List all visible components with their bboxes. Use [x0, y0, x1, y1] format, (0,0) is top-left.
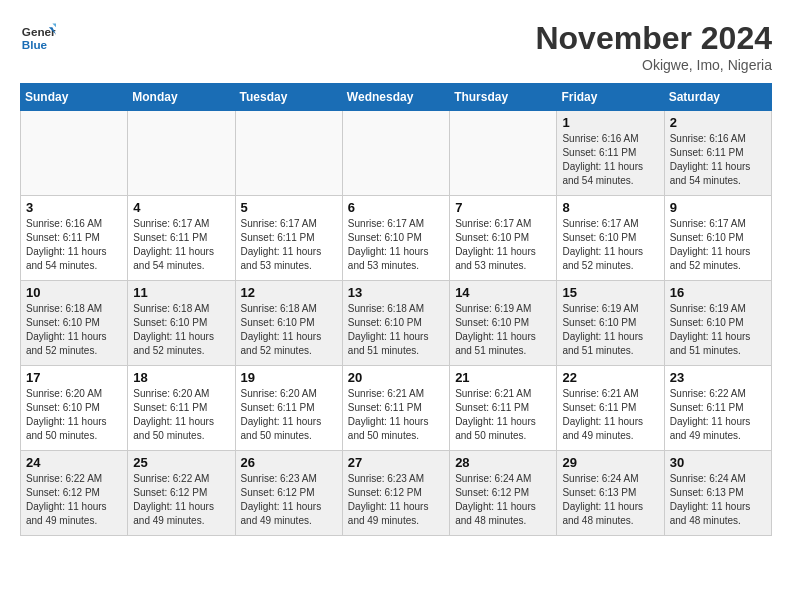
day-number: 15 — [562, 285, 658, 300]
day-number: 12 — [241, 285, 337, 300]
day-info: Sunrise: 6:16 AM Sunset: 6:11 PM Dayligh… — [26, 217, 122, 273]
calendar-cell: 13Sunrise: 6:18 AM Sunset: 6:10 PM Dayli… — [342, 281, 449, 366]
week-row-3: 17Sunrise: 6:20 AM Sunset: 6:10 PM Dayli… — [21, 366, 772, 451]
day-info: Sunrise: 6:24 AM Sunset: 6:13 PM Dayligh… — [670, 472, 766, 528]
calendar-cell: 22Sunrise: 6:21 AM Sunset: 6:11 PM Dayli… — [557, 366, 664, 451]
weekday-header-row: SundayMondayTuesdayWednesdayThursdayFrid… — [21, 84, 772, 111]
day-number: 13 — [348, 285, 444, 300]
day-info: Sunrise: 6:18 AM Sunset: 6:10 PM Dayligh… — [26, 302, 122, 358]
day-info: Sunrise: 6:19 AM Sunset: 6:10 PM Dayligh… — [455, 302, 551, 358]
header: General Blue November 2024 Okigwe, Imo, … — [20, 20, 772, 73]
weekday-header-wednesday: Wednesday — [342, 84, 449, 111]
day-number: 26 — [241, 455, 337, 470]
location: Okigwe, Imo, Nigeria — [535, 57, 772, 73]
day-info: Sunrise: 6:17 AM Sunset: 6:10 PM Dayligh… — [455, 217, 551, 273]
calendar-cell: 10Sunrise: 6:18 AM Sunset: 6:10 PM Dayli… — [21, 281, 128, 366]
calendar-cell: 4Sunrise: 6:17 AM Sunset: 6:11 PM Daylig… — [128, 196, 235, 281]
day-number: 16 — [670, 285, 766, 300]
logo-icon: General Blue — [20, 20, 56, 56]
calendar-cell — [450, 111, 557, 196]
day-number: 7 — [455, 200, 551, 215]
day-info: Sunrise: 6:22 AM Sunset: 6:11 PM Dayligh… — [670, 387, 766, 443]
calendar-cell: 9Sunrise: 6:17 AM Sunset: 6:10 PM Daylig… — [664, 196, 771, 281]
day-info: Sunrise: 6:16 AM Sunset: 6:11 PM Dayligh… — [562, 132, 658, 188]
day-number: 21 — [455, 370, 551, 385]
svg-text:General: General — [22, 25, 56, 38]
day-number: 27 — [348, 455, 444, 470]
calendar-cell: 27Sunrise: 6:23 AM Sunset: 6:12 PM Dayli… — [342, 451, 449, 536]
calendar-cell: 1Sunrise: 6:16 AM Sunset: 6:11 PM Daylig… — [557, 111, 664, 196]
day-info: Sunrise: 6:17 AM Sunset: 6:10 PM Dayligh… — [670, 217, 766, 273]
day-info: Sunrise: 6:19 AM Sunset: 6:10 PM Dayligh… — [562, 302, 658, 358]
day-info: Sunrise: 6:18 AM Sunset: 6:10 PM Dayligh… — [133, 302, 229, 358]
calendar-table: SundayMondayTuesdayWednesdayThursdayFrid… — [20, 83, 772, 536]
day-info: Sunrise: 6:17 AM Sunset: 6:11 PM Dayligh… — [241, 217, 337, 273]
calendar-cell — [342, 111, 449, 196]
calendar-cell: 25Sunrise: 6:22 AM Sunset: 6:12 PM Dayli… — [128, 451, 235, 536]
day-info: Sunrise: 6:17 AM Sunset: 6:10 PM Dayligh… — [348, 217, 444, 273]
weekday-header-saturday: Saturday — [664, 84, 771, 111]
day-number: 5 — [241, 200, 337, 215]
day-number: 19 — [241, 370, 337, 385]
calendar-cell: 29Sunrise: 6:24 AM Sunset: 6:13 PM Dayli… — [557, 451, 664, 536]
day-info: Sunrise: 6:22 AM Sunset: 6:12 PM Dayligh… — [26, 472, 122, 528]
calendar-cell — [128, 111, 235, 196]
day-number: 10 — [26, 285, 122, 300]
month-title: November 2024 — [535, 20, 772, 57]
day-number: 23 — [670, 370, 766, 385]
weekday-header-friday: Friday — [557, 84, 664, 111]
calendar-cell: 12Sunrise: 6:18 AM Sunset: 6:10 PM Dayli… — [235, 281, 342, 366]
day-number: 29 — [562, 455, 658, 470]
calendar-cell: 20Sunrise: 6:21 AM Sunset: 6:11 PM Dayli… — [342, 366, 449, 451]
weekday-header-tuesday: Tuesday — [235, 84, 342, 111]
calendar-cell: 24Sunrise: 6:22 AM Sunset: 6:12 PM Dayli… — [21, 451, 128, 536]
day-number: 17 — [26, 370, 122, 385]
week-row-2: 10Sunrise: 6:18 AM Sunset: 6:10 PM Dayli… — [21, 281, 772, 366]
day-number: 2 — [670, 115, 766, 130]
calendar-cell: 17Sunrise: 6:20 AM Sunset: 6:10 PM Dayli… — [21, 366, 128, 451]
day-info: Sunrise: 6:18 AM Sunset: 6:10 PM Dayligh… — [348, 302, 444, 358]
calendar-cell: 26Sunrise: 6:23 AM Sunset: 6:12 PM Dayli… — [235, 451, 342, 536]
svg-text:Blue: Blue — [22, 38, 48, 51]
calendar-cell: 14Sunrise: 6:19 AM Sunset: 6:10 PM Dayli… — [450, 281, 557, 366]
weekday-header-monday: Monday — [128, 84, 235, 111]
day-info: Sunrise: 6:23 AM Sunset: 6:12 PM Dayligh… — [348, 472, 444, 528]
day-number: 8 — [562, 200, 658, 215]
day-number: 11 — [133, 285, 229, 300]
day-number: 9 — [670, 200, 766, 215]
day-info: Sunrise: 6:22 AM Sunset: 6:12 PM Dayligh… — [133, 472, 229, 528]
day-number: 24 — [26, 455, 122, 470]
calendar-cell — [235, 111, 342, 196]
calendar-cell: 7Sunrise: 6:17 AM Sunset: 6:10 PM Daylig… — [450, 196, 557, 281]
day-info: Sunrise: 6:20 AM Sunset: 6:10 PM Dayligh… — [26, 387, 122, 443]
calendar-cell: 30Sunrise: 6:24 AM Sunset: 6:13 PM Dayli… — [664, 451, 771, 536]
day-info: Sunrise: 6:24 AM Sunset: 6:13 PM Dayligh… — [562, 472, 658, 528]
week-row-1: 3Sunrise: 6:16 AM Sunset: 6:11 PM Daylig… — [21, 196, 772, 281]
calendar-cell: 16Sunrise: 6:19 AM Sunset: 6:10 PM Dayli… — [664, 281, 771, 366]
day-info: Sunrise: 6:20 AM Sunset: 6:11 PM Dayligh… — [133, 387, 229, 443]
day-number: 1 — [562, 115, 658, 130]
day-number: 4 — [133, 200, 229, 215]
calendar-cell: 28Sunrise: 6:24 AM Sunset: 6:12 PM Dayli… — [450, 451, 557, 536]
calendar-cell: 11Sunrise: 6:18 AM Sunset: 6:10 PM Dayli… — [128, 281, 235, 366]
day-info: Sunrise: 6:24 AM Sunset: 6:12 PM Dayligh… — [455, 472, 551, 528]
day-number: 30 — [670, 455, 766, 470]
calendar-cell: 5Sunrise: 6:17 AM Sunset: 6:11 PM Daylig… — [235, 196, 342, 281]
week-row-0: 1Sunrise: 6:16 AM Sunset: 6:11 PM Daylig… — [21, 111, 772, 196]
day-info: Sunrise: 6:17 AM Sunset: 6:11 PM Dayligh… — [133, 217, 229, 273]
calendar-cell: 8Sunrise: 6:17 AM Sunset: 6:10 PM Daylig… — [557, 196, 664, 281]
weekday-header-sunday: Sunday — [21, 84, 128, 111]
day-number: 6 — [348, 200, 444, 215]
day-number: 3 — [26, 200, 122, 215]
day-info: Sunrise: 6:17 AM Sunset: 6:10 PM Dayligh… — [562, 217, 658, 273]
calendar-cell: 3Sunrise: 6:16 AM Sunset: 6:11 PM Daylig… — [21, 196, 128, 281]
logo: General Blue — [20, 20, 56, 56]
calendar-cell: 19Sunrise: 6:20 AM Sunset: 6:11 PM Dayli… — [235, 366, 342, 451]
day-info: Sunrise: 6:23 AM Sunset: 6:12 PM Dayligh… — [241, 472, 337, 528]
calendar-cell: 2Sunrise: 6:16 AM Sunset: 6:11 PM Daylig… — [664, 111, 771, 196]
day-info: Sunrise: 6:21 AM Sunset: 6:11 PM Dayligh… — [455, 387, 551, 443]
day-number: 20 — [348, 370, 444, 385]
calendar-cell: 18Sunrise: 6:20 AM Sunset: 6:11 PM Dayli… — [128, 366, 235, 451]
day-info: Sunrise: 6:20 AM Sunset: 6:11 PM Dayligh… — [241, 387, 337, 443]
calendar-cell — [21, 111, 128, 196]
